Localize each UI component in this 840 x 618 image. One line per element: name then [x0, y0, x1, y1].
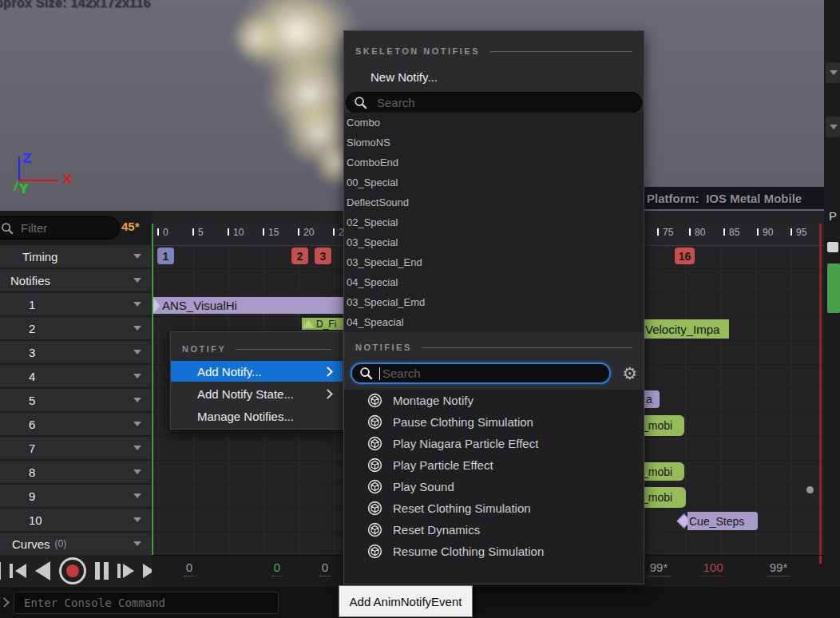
record-button[interactable] — [59, 557, 86, 584]
skeleton-notify-item[interactable]: 03_Special_Emd — [344, 292, 644, 312]
notify-state-bar[interactable]: Velocity_Impa — [644, 319, 729, 339]
range-value[interactable]: 0 — [319, 561, 331, 576]
track-row[interactable]: Notifies — [0, 269, 151, 291]
end-frame-value[interactable]: 100 — [700, 561, 725, 576]
skeleton-notify-item[interactable]: 00_Special — [344, 172, 644, 192]
chevron-down-icon[interactable] — [133, 446, 141, 450]
skeleton-notify-item[interactable]: Combo — [344, 113, 644, 133]
ruler-tick: 0 — [157, 228, 168, 237]
notify-state-bar[interactable]: Cue_Steps — [687, 512, 758, 530]
chevron-down-icon[interactable] — [133, 493, 141, 498]
menu-item-add-notify-state[interactable]: Add Notify State... — [171, 383, 343, 404]
menu-item-add-notify[interactable]: Add Notify... — [171, 361, 343, 382]
notify-type-label: Play Niagara Particle Effect — [393, 437, 538, 450]
notify-type-item[interactable]: Play Sound — [344, 476, 644, 497]
chevron-down-icon[interactable] — [133, 302, 141, 307]
range-value[interactable]: 99* — [648, 561, 671, 576]
chevron-down-icon[interactable] — [133, 541, 141, 546]
chevron-down-icon[interactable] — [133, 278, 141, 283]
console-command-box[interactable] — [14, 592, 279, 614]
track-row[interactable]: Curves (0) — [0, 533, 151, 555]
pause-button[interactable] — [95, 562, 109, 580]
step-forward-icon — [117, 564, 121, 578]
notify-state-bar[interactable]: ANS_VisualHi — [153, 297, 343, 314]
gear-icon[interactable]: ⚙ — [622, 364, 637, 383]
menu-item-label: Add Notify... — [197, 365, 262, 378]
chevron-down-icon[interactable] — [133, 422, 141, 426]
notify-type-item[interactable]: Play Particle Effect — [344, 454, 644, 476]
track-filter-box[interactable] — [0, 216, 120, 240]
scrollbar-thumb[interactable] — [806, 486, 814, 493]
collapsed-dropdown-button[interactable] — [826, 62, 840, 83]
skeleton-notify-item[interactable]: 03_Special_End — [344, 252, 644, 272]
range-value[interactable]: 99* — [767, 561, 790, 576]
notify-type-item[interactable]: Resume Clothing Simulation — [344, 541, 644, 562]
notify-state-bar[interactable]: _mobi — [640, 462, 684, 481]
menu-item-manage-notifies[interactable]: Manage Notifies... — [171, 406, 343, 426]
notify-type-item[interactable]: Reset Clothing Simulation — [344, 497, 644, 519]
track-row[interactable]: 4 — [0, 365, 151, 387]
notify-type-item[interactable]: Montage Notify — [344, 390, 644, 411]
skeleton-notify-item[interactable]: 04_Speacial — [344, 312, 644, 332]
chevron-down-icon[interactable] — [133, 326, 141, 331]
notifies-search[interactable] — [351, 362, 611, 384]
step-back-button[interactable] — [10, 564, 26, 578]
frame-count-badge[interactable]: 45* — [121, 220, 140, 233]
track-row[interactable]: 6 — [0, 413, 151, 435]
skeleton-notify-item[interactable]: DeflectSound — [344, 192, 644, 212]
add-notify-submenu: SKELETON NOTIFIES New Notify... Combo Sl… — [343, 30, 644, 584]
playhead-marker[interactable] — [152, 224, 153, 555]
skeleton-notify-item[interactable]: 02_Special — [344, 212, 644, 232]
notify-state-bar[interactable]: _mobi — [640, 487, 686, 508]
chevron-down-icon[interactable] — [133, 350, 141, 355]
notify-type-item[interactable]: Pause Clothing Simulation — [344, 411, 644, 433]
skeleton-notifies-search[interactable] — [346, 92, 642, 113]
notify-type-item[interactable]: Reset Dynamics — [344, 519, 644, 541]
track-row[interactable]: 7 — [0, 437, 151, 459]
notify-badge[interactable]: 3 — [315, 248, 331, 264]
play-reverse-button[interactable] — [35, 561, 50, 580]
chevron-down-icon[interactable] — [133, 517, 141, 522]
skeleton-notifies-search-input[interactable] — [375, 95, 641, 110]
notify-state-label: Cue_Steps — [689, 515, 744, 528]
notify-type-label: Reset Clothing Simulation — [393, 501, 531, 515]
track-row[interactable]: 3 — [0, 341, 151, 363]
notify-state-bar[interactable]: D_Fi — [302, 318, 343, 330]
skeleton-notify-item[interactable]: 03_Special — [344, 232, 644, 252]
track-row[interactable]: 10 — [0, 509, 151, 531]
chevron-down-icon[interactable] — [133, 254, 141, 259]
chevron-down-icon[interactable] — [133, 374, 141, 378]
track-row-label: 9 — [29, 489, 35, 503]
step-forward-button[interactable] — [117, 564, 134, 578]
notify-badge[interactable]: 1 — [157, 248, 174, 264]
panel-color-swatch[interactable] — [827, 263, 840, 313]
track-row[interactable]: 5 — [0, 389, 151, 411]
track-row[interactable]: 8 — [0, 461, 151, 483]
notify-badge[interactable]: 16 — [675, 248, 695, 264]
range-value[interactable]: 0 — [184, 561, 195, 576]
skip-to-end-button[interactable] — [143, 564, 152, 578]
track-row[interactable]: Timing — [0, 245, 151, 267]
notify-state-bar[interactable]: a — [643, 390, 660, 408]
track-filter-input[interactable] — [19, 220, 102, 236]
current-frame-value[interactable]: 0 — [271, 561, 283, 576]
track-row[interactable]: 9 — [0, 485, 151, 507]
skeleton-notify-item[interactable]: SlomoNS — [344, 133, 644, 153]
chevron-down-icon[interactable] — [133, 469, 141, 474]
chevron-down-icon[interactable] — [133, 398, 141, 402]
notify-state-bar[interactable]: _mobi — [640, 415, 684, 436]
notifies-search-input[interactable] — [381, 366, 609, 381]
notify-badge[interactable]: 2 — [291, 248, 308, 264]
skip-to-start-button[interactable] — [0, 562, 1, 580]
collapsed-dropdown-button[interactable] — [826, 117, 840, 137]
menu-item-new-notify[interactable]: New Notify... — [344, 66, 644, 87]
console-command-input[interactable] — [22, 596, 265, 610]
notify-type-label: Resume Clothing Simulation — [393, 545, 544, 558]
skeleton-notify-item[interactable]: 04_Special — [344, 272, 644, 292]
skeleton-notify-item[interactable]: ComboEnd — [344, 153, 644, 172]
menu-item-label: Manage Notifies... — [197, 410, 294, 423]
panel-widget[interactable] — [827, 242, 838, 252]
track-row[interactable]: 1 — [0, 293, 151, 315]
notify-type-item[interactable]: Play Niagara Particle Effect — [344, 433, 644, 454]
track-row[interactable]: 2 — [0, 317, 151, 339]
